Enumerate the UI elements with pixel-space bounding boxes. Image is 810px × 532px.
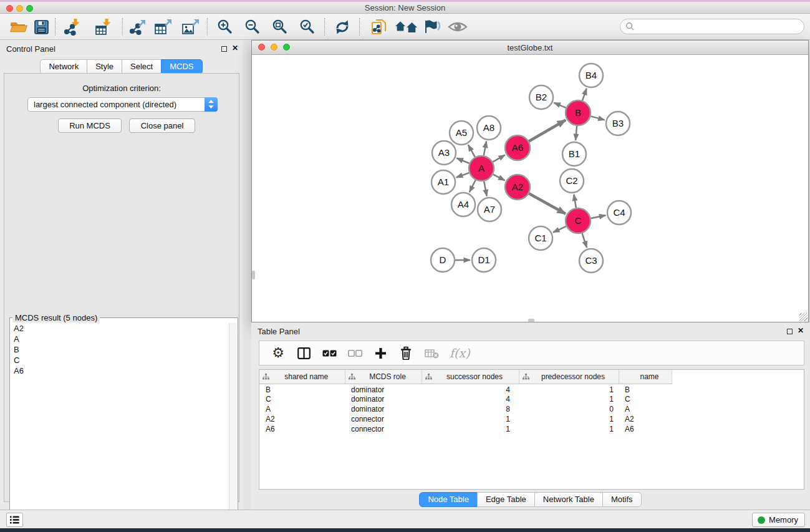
zoom-selected-icon[interactable] xyxy=(297,17,317,36)
tab-mcds[interactable]: MCDS xyxy=(161,59,202,74)
graph-node-A3[interactable]: A3 xyxy=(432,141,456,165)
cell[interactable]: A2 xyxy=(619,414,672,424)
cell[interactable]: dominator xyxy=(345,394,422,404)
task-history-button[interactable] xyxy=(6,513,23,527)
tab-node-table[interactable]: Node Table xyxy=(419,492,478,507)
tab-network[interactable]: Network xyxy=(40,59,87,74)
select-all-checked-icon[interactable] xyxy=(322,345,337,361)
network-canvas[interactable]: AA1A2A3A4A5A6A7A8BB1B2B3B4CC1C2C3C4DD1 xyxy=(252,55,808,322)
cell[interactable]: A xyxy=(619,404,672,414)
criterion-select[interactable]: largest connected component (directed) xyxy=(27,97,218,112)
zoom-fit-icon[interactable] xyxy=(270,17,290,36)
table-row[interactable]: Adominator80A xyxy=(259,404,804,414)
column-header-predecessor-nodes[interactable]: predecessor nodes xyxy=(519,370,619,384)
export-image-icon[interactable] xyxy=(181,17,201,36)
mcds-result-item[interactable]: A6 xyxy=(11,365,229,376)
cell[interactable]: C xyxy=(259,394,345,404)
graph-node-C[interactable]: C xyxy=(566,208,591,233)
memory-button[interactable]: Memory xyxy=(752,513,805,527)
cell[interactable]: dominator xyxy=(345,384,422,394)
cell[interactable]: connector xyxy=(345,414,422,424)
cell[interactable]: 4 xyxy=(422,384,519,394)
tab-network-table[interactable]: Network Table xyxy=(534,492,603,507)
graph-node-A2[interactable]: A2 xyxy=(505,175,530,200)
cell[interactable]: 8 xyxy=(422,404,519,414)
cell[interactable]: A xyxy=(259,404,345,414)
graph-node-A6[interactable]: A6 xyxy=(505,135,530,160)
cell[interactable]: 1 xyxy=(519,414,619,424)
cell[interactable]: B xyxy=(619,384,672,394)
cell[interactable]: A2 xyxy=(259,414,345,424)
column-header-MCDS-role[interactable]: MCDS role xyxy=(345,370,422,384)
graph-node-C4[interactable]: C4 xyxy=(607,201,631,225)
export-table-icon[interactable] xyxy=(153,17,173,36)
cell[interactable]: C xyxy=(619,394,672,404)
cell[interactable]: 1 xyxy=(519,384,619,394)
tab-edge-table[interactable]: Edge Table xyxy=(477,492,535,507)
tab-style[interactable]: Style xyxy=(87,59,122,74)
run-mcds-button[interactable]: Run MCDS xyxy=(58,118,122,133)
graph-node-A5[interactable]: A5 xyxy=(450,121,473,145)
close-panel-button[interactable]: Close panel xyxy=(129,118,195,133)
graph-node-B4[interactable]: B4 xyxy=(579,64,603,87)
graph-node-C1[interactable]: C1 xyxy=(529,226,552,250)
resize-grip[interactable] xyxy=(799,313,808,321)
graph-node-B[interactable]: B xyxy=(566,100,591,125)
graph-node-C2[interactable]: C2 xyxy=(560,169,584,193)
graph-node-D[interactable]: D xyxy=(431,248,455,272)
cell[interactable]: dominator xyxy=(345,404,422,414)
graph-node-A7[interactable]: A7 xyxy=(478,198,501,221)
mcds-result-item[interactable]: A2 xyxy=(11,323,229,334)
table-row[interactable]: Cdominator41C xyxy=(259,394,804,404)
cell[interactable]: B xyxy=(259,384,345,394)
cell[interactable]: connector xyxy=(345,424,422,434)
network-window-titlebar[interactable]: testGlobe.txt xyxy=(252,41,808,55)
cell[interactable]: 1 xyxy=(519,424,619,434)
cell[interactable]: A6 xyxy=(259,424,345,434)
delete-column-icon[interactable] xyxy=(398,345,413,361)
copy-network-icon[interactable] xyxy=(369,17,389,36)
export-network-icon[interactable] xyxy=(128,17,148,36)
graph-node-B2[interactable]: B2 xyxy=(529,85,553,109)
float-panel-icon[interactable] xyxy=(787,329,793,334)
table-row[interactable]: A2connector11A2 xyxy=(259,414,804,424)
cell[interactable]: 1 xyxy=(519,394,619,404)
home-icon[interactable] xyxy=(394,17,419,36)
table-row[interactable]: Bdominator41B xyxy=(259,384,804,394)
gear-icon[interactable]: ⚙ xyxy=(271,345,286,361)
refresh-icon[interactable] xyxy=(332,17,352,36)
vertical-scrollbar-thumb[interactable] xyxy=(252,271,255,279)
search-field[interactable] xyxy=(620,19,804,34)
table-row[interactable]: A6connector11A6 xyxy=(259,424,804,434)
graph-node-A8[interactable]: A8 xyxy=(477,116,501,140)
graph-node-A1[interactable]: A1 xyxy=(432,170,455,194)
zoom-out-icon[interactable] xyxy=(243,17,263,36)
column-header-shared-name[interactable]: shared name xyxy=(259,370,345,384)
save-icon[interactable] xyxy=(31,17,51,36)
columns-icon[interactable] xyxy=(296,345,311,361)
horizontal-scrollbar-thumb[interactable] xyxy=(528,319,534,322)
cell[interactable]: 0 xyxy=(519,404,619,414)
column-header-name[interactable]: name xyxy=(619,370,672,384)
cell[interactable]: 4 xyxy=(422,394,519,404)
graph-node-A[interactable]: A xyxy=(469,156,494,181)
graph-node-B1[interactable]: B1 xyxy=(562,142,586,166)
search-input[interactable] xyxy=(635,21,804,32)
open-folder-icon[interactable] xyxy=(9,17,29,36)
mcds-result-list[interactable]: A2ABCA6 xyxy=(11,323,229,531)
close-panel-icon[interactable]: ✕ xyxy=(232,44,238,52)
graph-node-D1[interactable]: D1 xyxy=(472,248,496,272)
zoom-in-icon[interactable] xyxy=(215,17,235,36)
graph-node-C3[interactable]: C3 xyxy=(579,249,603,273)
hide-show-icon[interactable] xyxy=(423,17,443,36)
import-network-icon[interactable] xyxy=(62,17,82,36)
eye-icon[interactable] xyxy=(448,17,468,36)
graph-node-A4[interactable]: A4 xyxy=(451,193,475,216)
tab-select[interactable]: Select xyxy=(122,59,162,74)
deselect-all-icon[interactable] xyxy=(347,345,362,361)
mcds-result-scrollbar[interactable] xyxy=(229,323,237,531)
tab-motifs[interactable]: Motifs xyxy=(602,492,642,507)
mcds-result-item[interactable]: A xyxy=(11,334,229,344)
cell[interactable]: A6 xyxy=(619,424,672,434)
column-header-successor-nodes[interactable]: successor nodes xyxy=(422,370,519,384)
